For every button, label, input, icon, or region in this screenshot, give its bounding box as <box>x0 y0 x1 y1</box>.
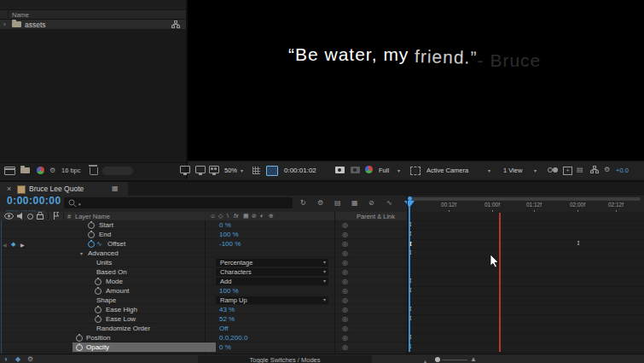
pickwhip-icon[interactable]: ◎ <box>342 325 348 332</box>
interpret-footage-icon[interactable] <box>4 167 15 175</box>
stopwatch-icon[interactable] <box>76 344 83 351</box>
comp-mini-flowchart-icon[interactable]: ↻ <box>300 199 306 208</box>
bit-depth-label[interactable]: 16 bpc <box>61 167 81 175</box>
expand-layer-switches-icon[interactable]: ◑ <box>3 355 8 363</box>
new-folder-icon[interactable] <box>20 167 30 173</box>
zoom-out-mountain-icon[interactable]: ▲ <box>423 357 427 363</box>
fx-icon[interactable]: fx <box>234 212 238 220</box>
property-row-position[interactable]: Position 0.0,200.0 ◎ <box>0 333 408 343</box>
timeline-tab-bruce-lee-quote[interactable]: × Bruce Lee Quote ▦ <box>0 182 128 196</box>
playhead-line[interactable] <box>409 207 410 352</box>
adjustment-layer-icon[interactable]: ◐ <box>260 212 264 220</box>
property-row-amount[interactable]: Amount 100 % ◎ <box>0 286 408 296</box>
property-row-shape[interactable]: Shape Ramp Up ▾ ◎ <box>0 296 408 305</box>
pickwhip-icon[interactable]: ◎ <box>342 278 348 285</box>
stopwatch-icon[interactable] <box>95 307 102 313</box>
monitor-icon[interactable] <box>195 166 206 173</box>
property-row-ease-high[interactable]: Ease High 43 % ◎ <box>0 305 408 314</box>
property-value[interactable]: Off <box>219 325 229 332</box>
stopwatch-icon-active[interactable] <box>88 241 95 248</box>
chevron-down-icon[interactable]: ▾ <box>397 167 400 175</box>
property-label[interactable]: Units <box>96 259 112 266</box>
grid-guides-icon[interactable] <box>252 167 260 174</box>
project-settings-icon[interactable] <box>37 167 44 174</box>
timeline-track-area[interactable] <box>408 212 644 354</box>
chevron-down-icon[interactable]: ▾ <box>488 167 490 175</box>
3d-layer-icon[interactable]: ⊕ <box>269 212 274 220</box>
project-list-empty-area[interactable] <box>0 29 186 162</box>
timeline-zoom-slider-track[interactable] <box>442 360 467 360</box>
pickwhip-icon[interactable]: ◎ <box>342 221 348 229</box>
property-value[interactable]: -100 % <box>219 240 241 248</box>
3d-view-dropdown[interactable]: Active Camera <box>426 167 468 175</box>
fast-previews-icon[interactable]: + <box>563 167 572 175</box>
mode-dropdown[interactable]: Add ▾ <box>216 278 328 285</box>
trash-icon[interactable] <box>90 167 98 175</box>
composition-canvas[interactable]: “Be water, my friend.” - Bruce <box>188 0 644 161</box>
exposure-value[interactable]: +0.0 <box>616 167 629 175</box>
panel-track-divider[interactable] <box>407 196 408 354</box>
shy-icon[interactable]: ☺ <box>210 212 216 220</box>
pickwhip-icon[interactable]: ◎ <box>342 249 348 257</box>
pickwhip-icon[interactable]: ◎ <box>342 306 348 313</box>
property-value[interactable]: 0 % <box>219 343 231 351</box>
toggle-switches-modes-button[interactable]: Toggle Switches / Modes <box>198 355 372 363</box>
flowchart-icon[interactable] <box>590 166 599 173</box>
property-row-randomize-order[interactable]: Randomize Order Off ◎ <box>0 324 408 333</box>
resolution-dropdown[interactable]: Full <box>379 167 389 175</box>
close-icon[interactable]: × <box>7 184 11 193</box>
group-row-advanced[interactable]: ▾ Advanced ◎ <box>0 249 408 258</box>
keyframe-icon[interactable]: I <box>575 239 582 248</box>
solo-icon[interactable] <box>27 214 33 220</box>
property-value[interactable]: 0 % <box>219 221 231 229</box>
property-label[interactable]: Shape <box>96 296 116 304</box>
tab-title[interactable]: Bruce Lee Quote <box>29 184 84 193</box>
quality-icon[interactable]: \ <box>227 212 229 220</box>
snapshot-camera-icon[interactable] <box>335 167 345 173</box>
frame-blending-icon[interactable]: ▦ <box>351 199 358 208</box>
property-label[interactable]: Start <box>99 221 113 229</box>
search-chevron-icon[interactable]: ▾ <box>78 200 81 208</box>
frame-blend-column-icon[interactable]: ▦ <box>243 212 249 220</box>
audio-icon[interactable] <box>17 213 25 220</box>
shy-layers-icon[interactable]: ▤ <box>334 199 341 208</box>
property-row-mode[interactable]: Mode Add ▾ ◎ <box>0 277 408 286</box>
zoom-in-mountain-icon[interactable]: ▲ <box>470 355 477 363</box>
pickwhip-icon[interactable]: ◎ <box>342 287 348 295</box>
collapse-icon[interactable]: ◇ <box>218 212 223 220</box>
stereo-3d-icon[interactable] <box>209 166 219 173</box>
viewer-timecode[interactable]: 0:00:01:02 <box>284 167 316 175</box>
stopwatch-icon[interactable] <box>95 316 102 323</box>
property-value[interactable]: 43 % <box>219 306 235 313</box>
property-row-start[interactable]: Start 0 % ◎ <box>0 220 408 230</box>
pickwhip-icon[interactable]: ◎ <box>342 231 348 238</box>
keyframe-diamond-icon[interactable]: ◆ <box>11 240 15 249</box>
exposure-gear-icon[interactable]: ⚙ <box>604 166 610 174</box>
film-icon[interactable]: ▤ <box>577 166 583 174</box>
property-label[interactable]: End <box>99 231 111 238</box>
property-label[interactable]: Amount <box>106 287 130 295</box>
stopwatch-icon[interactable] <box>95 288 102 295</box>
pickwhip-icon[interactable]: ◎ <box>342 315 348 323</box>
timeline-zoom-slider-handle[interactable] <box>435 357 440 362</box>
search-pill[interactable] <box>102 167 133 175</box>
units-dropdown[interactable]: Percentage ▾ <box>216 259 328 266</box>
property-label[interactable]: Ease High <box>106 306 137 313</box>
assets-folder-label[interactable]: assets <box>25 20 46 29</box>
pickwhip-icon[interactable]: ◎ <box>342 334 348 342</box>
expand-in-out-icon[interactable]: ⚙ <box>27 355 33 363</box>
property-value[interactable]: 100 % <box>219 231 239 238</box>
pickwhip-icon[interactable]: ◎ <box>342 343 348 351</box>
stopwatch-icon[interactable] <box>76 335 83 342</box>
stopwatch-icon[interactable] <box>95 278 102 285</box>
group-label[interactable]: Advanced <box>88 249 119 257</box>
region-of-interest-icon[interactable] <box>410 167 421 175</box>
collapse-arrow-icon[interactable]: ▾ <box>80 249 83 258</box>
property-label[interactable]: Mode <box>106 278 123 285</box>
stopwatch-icon[interactable] <box>88 222 95 229</box>
property-label[interactable]: Position <box>86 334 110 342</box>
property-value[interactable]: 52 % <box>219 315 235 323</box>
motion-blur-icon[interactable]: ⊘ <box>368 199 374 208</box>
motion-blur-column-icon[interactable]: ⊘ <box>252 212 257 220</box>
time-ruler[interactable]: 00:12f 01:00f 01:12f 02:00f 02:12f <box>408 201 644 212</box>
